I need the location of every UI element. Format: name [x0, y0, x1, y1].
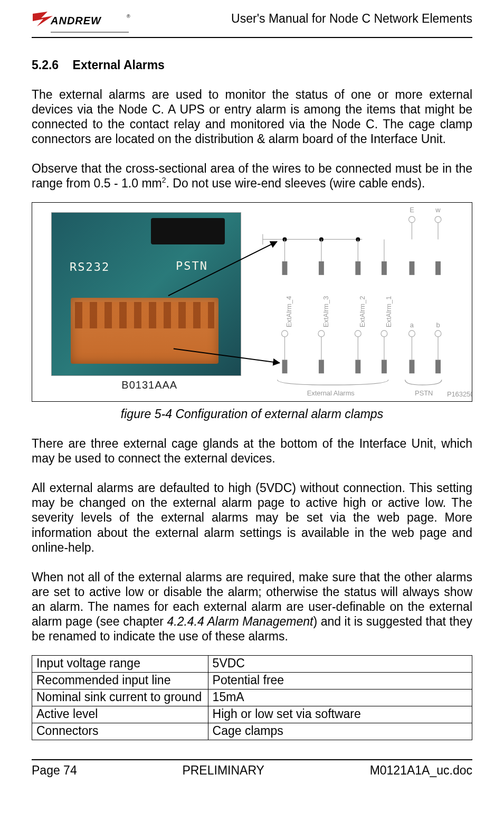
svg-point-25 [408, 330, 415, 337]
svg-marker-0 [33, 12, 53, 26]
page-header: ANDREW ® User's Manual for Node C Networ… [32, 11, 472, 38]
p2-sup: 2 [162, 176, 166, 185]
svg-point-23 [355, 330, 361, 337]
document-title: User's Manual for Node C Network Element… [231, 11, 472, 26]
schem-extalrm4: ExtAlrm_4 [285, 296, 293, 327]
schematic-svg: E w [252, 203, 472, 401]
schem-label-E: E [410, 206, 414, 214]
svg-rect-37 [409, 360, 414, 374]
svg-rect-19 [409, 261, 414, 275]
section-title: External Alarms [73, 58, 165, 72]
schem-extalrm3: ExtAlrm_3 [321, 296, 329, 327]
schem-label-w: w [435, 206, 441, 214]
p2-post: . Do not use wire-end sleeves (wire cabl… [166, 176, 425, 190]
svg-point-24 [381, 330, 387, 337]
brand-logo: ANDREW ® [32, 11, 129, 34]
spec-val: Potential free [208, 672, 472, 689]
schem-extalrm1: ExtAlrm_1 [384, 296, 392, 327]
svg-point-22 [318, 330, 324, 337]
p5-ref: 4.2.4.4 Alarm Management [167, 615, 313, 628]
schem-label-b: b [436, 321, 440, 329]
section-heading: 5.2.6 External Alarms [32, 58, 472, 72]
schem-extalrm2: ExtAlrm_2 [358, 296, 366, 327]
svg-rect-33 [282, 360, 287, 374]
registered-mark: ® [127, 14, 130, 19]
paragraph-3: There are three external cage glands at … [32, 436, 472, 466]
schem-label-a: a [410, 321, 414, 329]
svg-rect-36 [381, 360, 386, 374]
schem-drawing-no: P163250 [446, 390, 472, 398]
spec-key: Input voltage range [32, 655, 208, 672]
table-row: Recommended input line Potential free [32, 672, 472, 689]
spec-key: Connectors [32, 723, 208, 740]
footer-page: Page 74 [32, 763, 77, 778]
figure-box: RS232 PSTN B0131AAA E w [32, 202, 472, 402]
document-page: ANDREW ® User's Manual for Node C Networ… [0, 0, 504, 794]
photo-label-pstn: PSTN [176, 259, 208, 272]
svg-point-2 [435, 216, 441, 223]
section-number: 5.2.6 [32, 58, 59, 72]
spec-key: Active level [32, 706, 208, 723]
svg-rect-16 [318, 261, 324, 275]
svg-point-21 [281, 330, 288, 337]
spec-key: Nominal sink current to ground [32, 689, 208, 706]
paragraph-1: The external alarms are used to monitor … [32, 87, 472, 146]
table-row: Input voltage range 5VDC [32, 655, 472, 672]
figure-photo-panel: RS232 PSTN B0131AAA [32, 203, 252, 401]
table-row: Active level High or low set via softwar… [32, 706, 472, 723]
spec-val: 5VDC [208, 655, 472, 672]
svg-rect-20 [435, 261, 441, 275]
figure-schematic-panel: E w [252, 203, 472, 401]
footer-status: PRELIMINARY [182, 763, 264, 778]
logo-text: ANDREW [51, 15, 101, 27]
page-footer: Page 74 PRELIMINARY M0121A1A_uc.doc [32, 759, 472, 778]
footer-docid: M0121A1A_uc.doc [370, 763, 472, 778]
table-row: Nominal sink current to ground 15mA [32, 689, 472, 706]
paragraph-4: All external alarms are defaulted to hig… [32, 480, 472, 554]
svg-point-26 [435, 330, 441, 337]
spec-val: Cage clamps [208, 723, 472, 740]
svg-rect-34 [318, 360, 324, 374]
spec-key: Recommended input line [32, 672, 208, 689]
svg-rect-38 [435, 360, 441, 374]
photo-caption: B0131AAA [51, 379, 248, 391]
svg-rect-35 [355, 360, 360, 374]
paragraph-5: When not all of the external alarms are … [32, 570, 472, 644]
spec-val: High or low set via software [208, 706, 472, 723]
svg-rect-17 [355, 261, 360, 275]
rj-jack-icon [151, 218, 225, 244]
spec-table: Input voltage range 5VDC Recommended inp… [32, 655, 472, 740]
figure-caption: figure 5-4 Configuration of external ala… [32, 407, 472, 421]
schem-group-external: External Alarms [307, 389, 354, 397]
paragraph-2: Observe that the cross-sectional area of… [32, 161, 472, 191]
logo-underline [51, 32, 129, 33]
svg-rect-15 [282, 261, 287, 275]
schem-group-pstn: PSTN [415, 389, 433, 397]
table-row: Connectors Cage clamps [32, 723, 472, 740]
svg-rect-18 [381, 261, 386, 275]
cage-clamp-terminal-icon [71, 298, 218, 364]
spec-val: 15mA [208, 689, 472, 706]
photo-label-rs232: RS232 [70, 260, 110, 273]
connector-photo: RS232 PSTN [51, 212, 241, 376]
svg-point-1 [408, 216, 415, 223]
